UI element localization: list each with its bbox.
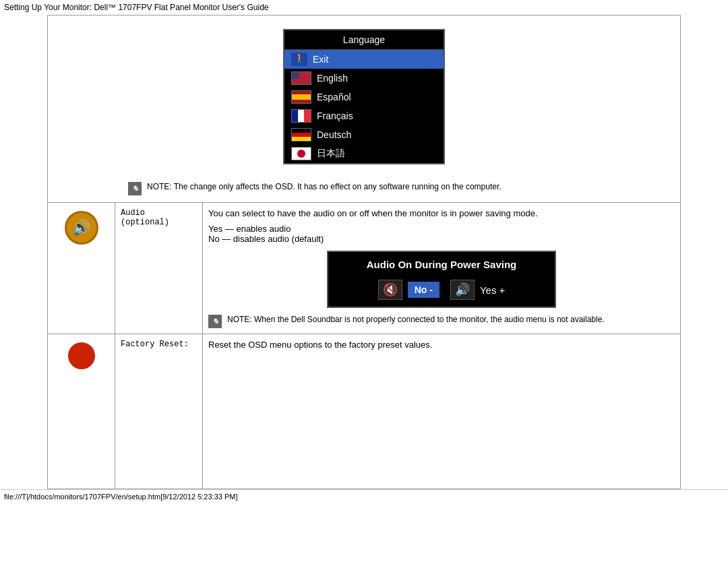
audio-no-option[interactable]: 🔇 No - <box>378 280 439 300</box>
francais-label: Français <box>317 111 353 121</box>
language-english-item[interactable]: English <box>284 69 444 88</box>
language-note-text: NOTE: The change only affects the OSD. I… <box>147 182 502 191</box>
language-row: Language 🚶 Exit English Español <box>48 15 681 203</box>
language-deutsch-item[interactable]: Deutsch <box>284 125 444 144</box>
audio-no-desc: No — disables audio (default) <box>208 234 675 244</box>
japanese-label: 日本語 <box>317 148 345 160</box>
page-title: Setting Up Your Monitor: Dell™ 1707FPV F… <box>0 0 728 15</box>
flag-de-icon <box>291 128 311 142</box>
language-osd-title: Language <box>284 30 444 50</box>
audio-label: Audio (optional) <box>121 208 169 227</box>
note-icon: ✎ <box>128 182 142 195</box>
audio-label-cell: Audio (optional) <box>115 203 203 334</box>
language-espanol-item[interactable]: Español <box>284 88 444 106</box>
factory-label: Factory Reset: <box>121 340 189 349</box>
deutsch-label: Deutsch <box>317 129 351 140</box>
flag-us-icon <box>291 71 311 85</box>
language-francais-item[interactable]: Français <box>284 106 444 125</box>
audio-icon-cell: 🔊 <box>48 203 115 334</box>
footer-bar: file:///T|/htdocs/monitors/1707FPV/en/se… <box>0 489 728 503</box>
language-osd: Language 🚶 Exit English Español <box>283 29 445 164</box>
audio-row: 🔊 Audio (optional) You can select to hav… <box>48 203 681 334</box>
language-exit-item[interactable]: 🚶 Exit <box>284 50 444 69</box>
factory-reset-icon <box>68 342 95 369</box>
flag-es-icon <box>291 90 311 104</box>
factory-description: Reset the OSD menu options to the factor… <box>208 340 675 350</box>
flag-jp-icon <box>291 147 311 160</box>
audio-content-cell: You can select to have the audio on or o… <box>203 203 681 334</box>
audio-no-label: No - <box>408 282 439 298</box>
audio-mute-icon: 🔇 <box>378 280 402 300</box>
audio-osd-title: Audio On During Power Saving <box>335 259 548 270</box>
audio-description: You can select to have the audio on or o… <box>208 208 675 218</box>
audio-osd: Audio On During Power Saving 🔇 No - 🔊 Ye… <box>327 251 556 308</box>
audio-osd-options: 🔇 No - 🔊 Yes + <box>335 280 548 300</box>
factory-label-cell: Factory Reset: <box>115 334 203 489</box>
main-content-table: Language 🚶 Exit English Español <box>47 15 681 489</box>
espanol-label: Español <box>317 92 351 102</box>
factory-reset-row: Factory Reset: Reset the OSD menu option… <box>48 334 681 489</box>
exit-label: Exit <box>313 54 328 65</box>
audio-yes-label: Yes + <box>480 284 505 296</box>
audio-yes-desc: Yes — enables audio <box>208 224 675 234</box>
exit-icon: 🚶 <box>291 53 307 66</box>
audio-note-icon: ✎ <box>208 315 222 328</box>
factory-content-cell: Reset the OSD menu options to the factor… <box>203 334 681 489</box>
language-japanese-item[interactable]: 日本語 <box>284 144 444 163</box>
audio-yes-option[interactable]: 🔊 Yes + <box>450 280 505 300</box>
audio-icon: 🔊 <box>65 211 98 245</box>
language-note: ✎ NOTE: The change only affects the OSD.… <box>128 182 600 195</box>
english-label: English <box>317 73 348 84</box>
flag-fr-icon <box>291 109 311 123</box>
audio-note: ✎ NOTE: When the Dell Soundbar is not pr… <box>208 315 675 328</box>
audio-note-text: NOTE: When the Dell Soundbar is not prop… <box>227 315 605 324</box>
footer-text: file:///T|/htdocs/monitors/1707FPV/en/se… <box>4 493 238 501</box>
factory-icon-cell <box>48 334 115 489</box>
audio-on-icon: 🔊 <box>450 280 475 300</box>
